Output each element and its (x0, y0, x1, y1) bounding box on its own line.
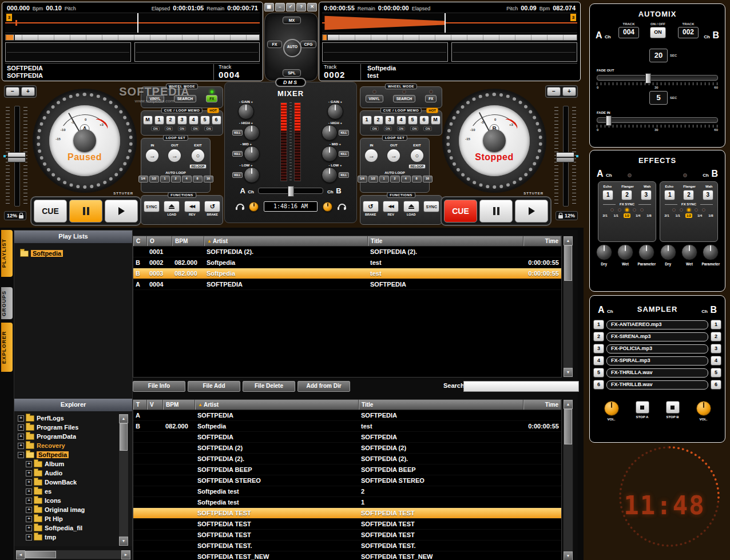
scroll-up-button[interactable]: ▲ (564, 400, 573, 409)
tree-item[interactable]: +Pt Hlp (14, 514, 132, 523)
auto-button[interactable]: AUTO (283, 39, 301, 57)
expand-icon[interactable]: + (26, 479, 32, 486)
brake-button[interactable]: ↺ (204, 201, 220, 212)
playlist-item-label[interactable]: Softpedia (31, 250, 63, 257)
deck-a-progress-strip[interactable] (5, 34, 260, 41)
column-header[interactable]: ▲Artist (204, 236, 368, 246)
pitch-slider-b[interactable] (553, 106, 578, 206)
scroll-left-button[interactable]: ◄ (16, 550, 25, 559)
tree-item[interactable]: +Album (14, 459, 132, 468)
tree-item[interactable]: +Audio (14, 468, 132, 478)
expand-icon[interactable]: + (26, 470, 32, 476)
dry-knob-a[interactable] (596, 244, 612, 260)
sampler-slot-button-a[interactable]: 1 (593, 320, 604, 329)
fx-view-button[interactable]: FX (267, 41, 282, 48)
scroll-thumb[interactable] (120, 423, 128, 451)
column-header[interactable]: C (133, 236, 147, 246)
fx-ratio-button[interactable]: 1/4 (696, 213, 703, 218)
search-input[interactable] (463, 381, 579, 392)
memo-button[interactable]: 3 (385, 116, 395, 125)
help-button[interactable]: ? (296, 3, 306, 11)
sync-button[interactable]: SYNC (423, 201, 439, 212)
sync-button[interactable]: SYNC (144, 201, 160, 212)
table-row[interactable]: SOFTPEDIA (2)SOFTPEDIA (2) (133, 443, 561, 454)
file-add-button[interactable]: File Add (188, 381, 240, 392)
progress-cursor[interactable] (14, 34, 15, 41)
reloop-button[interactable]: RELOOP (189, 164, 206, 169)
collapse-icon[interactable]: − (18, 452, 24, 458)
auto-loop-button[interactable]: 16 (423, 176, 433, 182)
expand-icon[interactable]: + (26, 516, 32, 522)
progress-cursor[interactable] (327, 34, 328, 41)
expand-icon[interactable]: + (26, 507, 32, 513)
jog-wheel-b[interactable]: -15 -10 -5 0 +3 B Stopped (443, 90, 545, 192)
tree-item-label[interactable]: PerfLogs (37, 415, 64, 422)
column-header[interactable]: Title (368, 236, 523, 246)
auto-loop-button[interactable]: 1/4 (358, 176, 367, 182)
tree-item-label[interactable]: Pt Hlp (45, 515, 63, 522)
tree-item[interactable]: +Program Files (14, 423, 132, 432)
jog-hub[interactable] (73, 129, 96, 152)
pitch-range-minus-button[interactable]: − (547, 87, 561, 96)
sampler-slot-button-a[interactable]: 2 (593, 332, 604, 341)
crossfader[interactable] (258, 188, 323, 194)
scroll-right-button[interactable]: ► (121, 550, 130, 559)
tab-playlist[interactable]: PLAYLIST (1, 230, 13, 277)
fx-select-button[interactable]: 3 (641, 190, 652, 200)
memo-button[interactable]: 2 (166, 116, 176, 125)
pause-button-b[interactable] (479, 200, 513, 223)
stop-a-button[interactable] (636, 401, 649, 414)
column-header[interactable]: O (147, 236, 172, 246)
play-button-a[interactable] (105, 200, 138, 223)
fx-ratio-button[interactable]: 1/8 (645, 213, 652, 218)
sampler-slot-button-b[interactable]: 6 (711, 380, 721, 390)
sampler-slot-button-a[interactable]: 6 (593, 380, 604, 390)
auto-loop-button[interactable]: 4 (182, 176, 192, 182)
mid-knob-a[interactable] (244, 146, 260, 162)
fx-select-button[interactable]: 1 (664, 190, 675, 200)
auto-loop-button[interactable]: 2 (171, 176, 181, 182)
playhead-cursor[interactable] (137, 13, 138, 33)
memo-button[interactable]: 1 (154, 116, 164, 125)
shortcut-grid-button[interactable]: ▦ (264, 3, 274, 11)
fx-select-button[interactable]: 2 (683, 190, 694, 200)
loop-exit-button[interactable]: ○ (410, 148, 424, 163)
table-row[interactable]: B082.000Softpediatest0:00:00:55 (133, 421, 561, 432)
auto-loop-button[interactable]: 1 (379, 176, 389, 182)
tree-item[interactable]: +DownBack (14, 478, 132, 487)
wheel-mode-fx-button[interactable]: FX (425, 95, 437, 102)
table-row[interactable]: B0002082.000Softpediatest0:00:00:55 (133, 257, 561, 268)
column-header[interactable]: BPM (163, 400, 195, 410)
pitch-range-plus-button[interactable]: + (562, 87, 576, 96)
column-header[interactable]: Time (523, 236, 561, 246)
expand-icon[interactable]: + (26, 525, 32, 531)
pitch-handle[interactable] (7, 152, 26, 162)
tree-item[interactable]: −Softpedia (14, 450, 132, 459)
auto-loop-button[interactable]: 1/2 (149, 176, 159, 182)
gain-knob-a[interactable] (238, 104, 254, 120)
wheel-mode-fx-button[interactable]: FX (206, 95, 217, 102)
tab-explorer[interactable]: EXPLORER (1, 323, 13, 372)
table-row[interactable]: SOFTPEDIA TEST.SOFTPEDIA TEST. (133, 541, 561, 551)
loop-in-button[interactable]: → (364, 148, 379, 163)
tree-item-label[interactable]: Softpedia_fil (45, 525, 82, 531)
kill-mid-b-button[interactable]: KILL (339, 151, 348, 157)
kill-mid-a-button[interactable]: KILL (232, 151, 242, 157)
sampler-slot-name[interactable]: FX-THRILLA.wav (606, 368, 708, 378)
fx-ratio-button[interactable]: 1/4 (634, 213, 641, 218)
stop-b-button[interactable] (666, 401, 680, 414)
auto-loop-button[interactable]: 1/2 (368, 176, 378, 182)
sampler-slot-name[interactable]: FX-SIRENA.mp3 (606, 332, 708, 341)
cue-volume-knob-a[interactable] (249, 202, 259, 212)
table-row[interactable]: ASOFTPEDIASOFTPEDIA (133, 410, 561, 421)
fx-ratio-button[interactable]: 1/8 (707, 213, 714, 218)
tree-item-label[interactable]: Album (45, 460, 64, 467)
slider-handle[interactable] (606, 116, 612, 126)
table-row[interactable]: B0003082.000Softpediatest0:00:00:55 (133, 268, 561, 279)
sampler-slot-name[interactable]: FX-ANTIAEREO.mp3 (606, 320, 708, 329)
sampler-slot-button-a[interactable]: 3 (593, 344, 604, 354)
tree-item[interactable]: +tmp (14, 533, 132, 542)
confirm-button[interactable]: ✓ (286, 3, 296, 11)
lock-icon[interactable] (19, 215, 23, 219)
scroll-down-button[interactable]: ▼ (119, 537, 128, 546)
